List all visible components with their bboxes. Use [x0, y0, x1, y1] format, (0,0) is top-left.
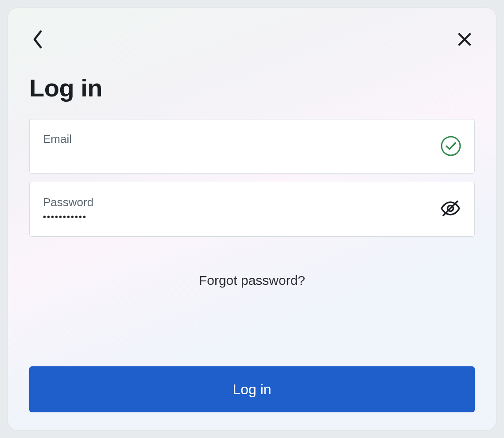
forgot-password-link[interactable]: Forgot password?	[199, 273, 305, 288]
svg-point-0	[442, 137, 460, 155]
login-button-label: Log in	[233, 381, 271, 398]
login-button[interactable]: Log in	[29, 366, 475, 412]
back-button[interactable]	[29, 27, 46, 53]
email-input[interactable]	[43, 146, 434, 160]
page-title: Log in	[29, 73, 475, 102]
password-label: Password	[43, 196, 433, 209]
password-field-inner: Password	[43, 196, 433, 222]
spacer	[29, 288, 475, 366]
eye-off-icon	[440, 200, 461, 219]
password-input[interactable]	[43, 212, 433, 222]
toggle-password-visibility-button[interactable]	[440, 200, 461, 219]
email-field-container[interactable]: Email	[29, 119, 475, 174]
password-field-container[interactable]: Password	[29, 182, 475, 237]
login-modal: Log in Email Password	[8, 8, 496, 430]
chevron-left-icon	[32, 30, 43, 50]
check-circle-icon	[441, 136, 461, 156]
modal-top-bar	[29, 27, 475, 52]
email-field-inner: Email	[43, 132, 434, 160]
email-label: Email	[43, 132, 434, 146]
close-icon	[457, 32, 472, 48]
close-button[interactable]	[454, 29, 475, 51]
